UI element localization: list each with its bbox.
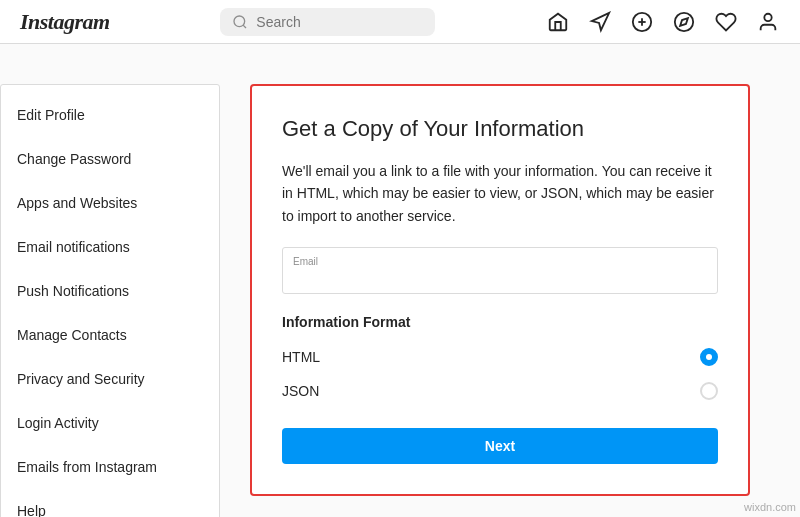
settings-sidebar: Edit Profile Change Password Apps and We… [0,84,220,517]
format-html-label: HTML [282,349,320,365]
sidebar-item-manage-contacts[interactable]: Manage Contacts [1,313,219,357]
nav-icons [546,10,780,34]
sidebar-item-help[interactable]: Help [1,489,219,517]
sidebar-item-edit-profile[interactable]: Edit Profile [1,93,219,137]
sidebar-item-change-password[interactable]: Change Password [1,137,219,181]
sidebar-item-login-activity[interactable]: Login Activity [1,401,219,445]
format-option-json[interactable]: JSON [282,374,718,408]
search-icon [232,14,248,30]
svg-point-8 [764,13,771,20]
email-field-wrapper[interactable]: Email [282,247,718,294]
card-description: We'll email you a link to a file with yo… [282,160,718,227]
search-input[interactable] [256,14,423,30]
add-post-icon[interactable] [630,10,654,34]
main-content: Get a Copy of Your Information We'll ema… [250,84,800,517]
sidebar-item-emails-instagram[interactable]: Emails from Instagram [1,445,219,489]
sidebar-item-email-notifications[interactable]: Email notifications [1,225,219,269]
explore-icon[interactable] [588,10,612,34]
home-icon[interactable] [546,10,570,34]
top-navigation: Instagram [0,0,800,44]
data-copy-card: Get a Copy of Your Information We'll ema… [250,84,750,496]
sidebar-item-push-notifications[interactable]: Push Notifications [1,269,219,313]
sidebar-item-apps-websites[interactable]: Apps and Websites [1,181,219,225]
svg-marker-2 [592,12,609,29]
svg-point-6 [675,12,693,30]
sidebar-item-privacy-security[interactable]: Privacy and Security [1,357,219,401]
card-title: Get a Copy of Your Information [282,116,718,142]
main-container: Edit Profile Change Password Apps and We… [0,0,800,517]
compass-icon[interactable] [672,10,696,34]
next-button[interactable]: Next [282,428,718,464]
likes-icon[interactable] [714,10,738,34]
svg-point-0 [234,16,245,27]
format-json-label: JSON [282,383,319,399]
svg-line-1 [243,25,246,28]
instagram-logo: Instagram [20,9,110,35]
format-section: Information Format HTML JSON [282,314,718,408]
email-input[interactable] [293,269,707,285]
email-label: Email [293,256,707,267]
svg-marker-7 [680,18,688,26]
profile-icon[interactable] [756,10,780,34]
radio-html[interactable] [700,348,718,366]
format-section-label: Information Format [282,314,718,330]
format-option-html[interactable]: HTML [282,340,718,374]
watermark: wixdn.com [744,501,796,513]
search-bar[interactable] [220,8,435,36]
radio-json[interactable] [700,382,718,400]
